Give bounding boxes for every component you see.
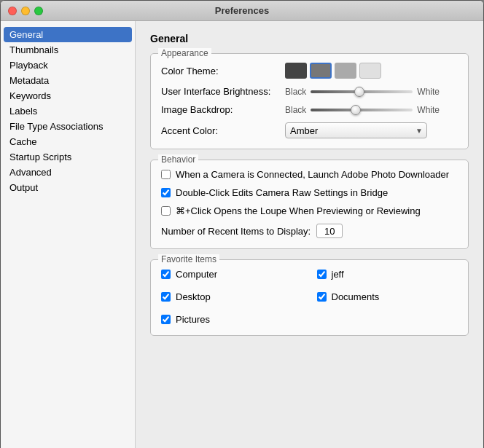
color-theme-label: Color Theme: bbox=[161, 66, 285, 76]
brightness-slider-row: Black White bbox=[285, 87, 440, 97]
window-title: Preferences bbox=[215, 5, 269, 16]
sidebar-item-cache[interactable]: Cache bbox=[1, 134, 135, 149]
swatch-medium[interactable] bbox=[335, 63, 356, 79]
preferences-window: Preferences General Thumbnails Playback … bbox=[0, 0, 484, 448]
sidebar-item-metadata[interactable]: Metadata bbox=[1, 73, 135, 88]
jeff-checkbox[interactable] bbox=[317, 270, 327, 279]
jeff-label: jeff bbox=[332, 269, 344, 280]
recent-items-input[interactable] bbox=[316, 224, 343, 238]
favorites-grid: Computer jeff Desktop Documents bbox=[161, 269, 458, 325]
accent-color-row: Accent Color: Amber Blue Gold Green Oran… bbox=[161, 122, 458, 138]
sidebar-item-output[interactable]: Output bbox=[1, 180, 135, 195]
main-panel: General Appearance Color Theme: User bbox=[136, 21, 483, 448]
favorite-items-label: Favorite Items bbox=[158, 254, 219, 264]
backdrop-label: Image Backdrop: bbox=[161, 104, 285, 115]
pictures-row: Pictures bbox=[161, 314, 302, 325]
pictures-checkbox[interactable] bbox=[161, 315, 171, 324]
computer-row: Computer bbox=[161, 269, 302, 280]
computer-label: Computer bbox=[176, 269, 217, 280]
documents-checkbox[interactable] bbox=[317, 292, 327, 302]
camera-downloader-label: When a Camera is Connected, Launch Adobe… bbox=[176, 169, 449, 180]
color-swatches bbox=[285, 63, 381, 79]
backdrop-right-label: White bbox=[417, 105, 440, 115]
color-theme-row: Color Theme: bbox=[161, 63, 458, 79]
computer-checkbox[interactable] bbox=[161, 270, 171, 279]
sidebar-item-startup-scripts[interactable]: Startup Scripts bbox=[1, 149, 135, 165]
sidebar-item-thumbnails[interactable]: Thumbnails bbox=[1, 42, 135, 58]
backdrop-row: Image Backdrop: Black White bbox=[161, 104, 458, 115]
favorite-items-section: Favorite Items Computer jeff Desktop bbox=[150, 259, 469, 336]
double-click-raw-checkbox[interactable] bbox=[161, 188, 171, 197]
brightness-left-label: Black bbox=[285, 87, 306, 97]
close-button[interactable] bbox=[8, 7, 17, 15]
window-controls bbox=[8, 7, 43, 15]
backdrop-thumb[interactable] bbox=[351, 105, 361, 115]
loupe-click-checkbox[interactable] bbox=[161, 206, 171, 216]
appearance-section: Appearance Color Theme: User Interface B… bbox=[150, 53, 469, 149]
backdrop-slider[interactable] bbox=[311, 109, 413, 111]
desktop-label: Desktop bbox=[176, 291, 211, 302]
jeff-row: jeff bbox=[317, 269, 458, 280]
sidebar-item-playback[interactable]: Playback bbox=[1, 58, 135, 73]
backdrop-left-label: Black bbox=[285, 105, 306, 115]
accent-select-wrapper: Amber Blue Gold Green Orange Red Violet … bbox=[285, 122, 427, 138]
camera-downloader-checkbox[interactable] bbox=[161, 170, 171, 179]
sidebar-item-keywords[interactable]: Keywords bbox=[1, 88, 135, 103]
brightness-right-label: White bbox=[417, 87, 440, 97]
maximize-button[interactable] bbox=[34, 7, 43, 15]
desktop-row: Desktop bbox=[161, 291, 302, 302]
sidebar-item-advanced[interactable]: Advanced bbox=[1, 165, 135, 180]
sidebar: General Thumbnails Playback Metadata Key… bbox=[1, 21, 136, 448]
brightness-label: User Interface Brightness: bbox=[161, 86, 285, 97]
documents-label: Documents bbox=[332, 291, 380, 302]
recent-items-label: Number of Recent Items to Display: bbox=[161, 226, 311, 237]
accent-color-label: Accent Color: bbox=[161, 125, 285, 136]
double-click-raw-row: Double-Click Edits Camera Raw Settings i… bbox=[161, 187, 458, 198]
titlebar: Preferences bbox=[1, 1, 483, 21]
brightness-thumb[interactable] bbox=[354, 87, 364, 97]
sidebar-item-general[interactable]: General bbox=[4, 27, 132, 42]
pictures-label: Pictures bbox=[176, 314, 210, 325]
minimize-button[interactable] bbox=[21, 7, 30, 15]
desktop-checkbox[interactable] bbox=[161, 292, 171, 302]
loupe-click-row: ⌘+Click Opens the Loupe When Previewing … bbox=[161, 205, 458, 216]
accent-color-select[interactable]: Amber Blue Gold Green Orange Red Violet bbox=[285, 122, 427, 138]
swatch-dark[interactable] bbox=[285, 63, 307, 79]
double-click-raw-label: Double-Click Edits Camera Raw Settings i… bbox=[176, 187, 388, 198]
brightness-slider[interactable] bbox=[311, 90, 413, 93]
behavior-label: Behavior bbox=[158, 154, 198, 165]
sidebar-item-file-type-associations[interactable]: File Type Associations bbox=[1, 119, 135, 134]
documents-row: Documents bbox=[317, 291, 458, 302]
swatch-light[interactable] bbox=[359, 63, 381, 79]
loupe-click-label: ⌘+Click Opens the Loupe When Previewing … bbox=[176, 205, 421, 216]
backdrop-slider-row: Black White bbox=[285, 105, 440, 115]
brightness-row: User Interface Brightness: Black White bbox=[161, 86, 458, 97]
panel-title: General bbox=[150, 33, 469, 44]
appearance-label: Appearance bbox=[158, 48, 211, 58]
behavior-section: Behavior When a Camera is Connected, Lau… bbox=[150, 160, 469, 249]
main-content: General Thumbnails Playback Metadata Key… bbox=[1, 21, 483, 448]
swatch-medium-dark[interactable] bbox=[310, 63, 332, 79]
recent-items-row: Number of Recent Items to Display: bbox=[161, 224, 458, 238]
camera-downloader-row: When a Camera is Connected, Launch Adobe… bbox=[161, 169, 458, 180]
sidebar-item-labels[interactable]: Labels bbox=[1, 103, 135, 119]
